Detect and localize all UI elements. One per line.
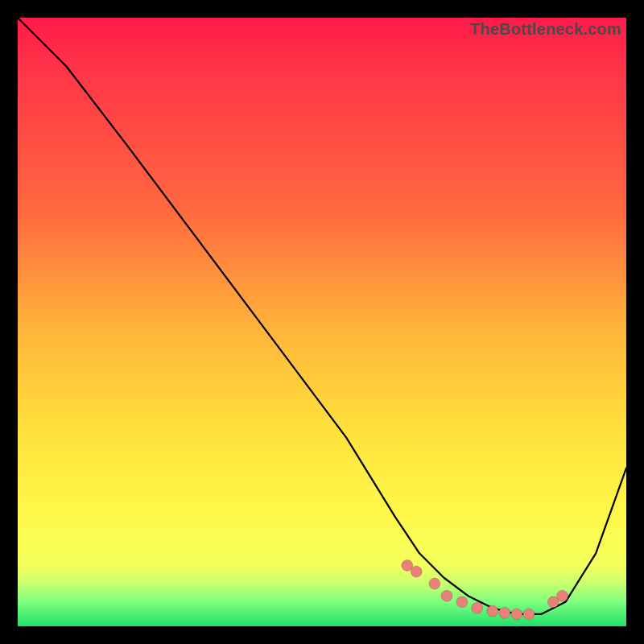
marker-dot: [441, 590, 452, 601]
marker-group: [402, 559, 568, 620]
marker-dot: [472, 602, 483, 613]
plot-area: TheBottleneck.com: [18, 18, 626, 626]
marker-dot: [511, 609, 522, 620]
series-curve: [18, 18, 626, 614]
marker-dot: [487, 605, 498, 617]
marker-dot: [411, 566, 422, 577]
marker-dot: [429, 578, 440, 589]
chart-svg: [18, 18, 626, 626]
chart-frame: TheBottleneck.com: [0, 0, 644, 644]
marker-dot: [523, 609, 535, 620]
marker-dot: [456, 597, 468, 608]
marker-dot: [557, 590, 568, 601]
marker-dot: [499, 607, 510, 618]
